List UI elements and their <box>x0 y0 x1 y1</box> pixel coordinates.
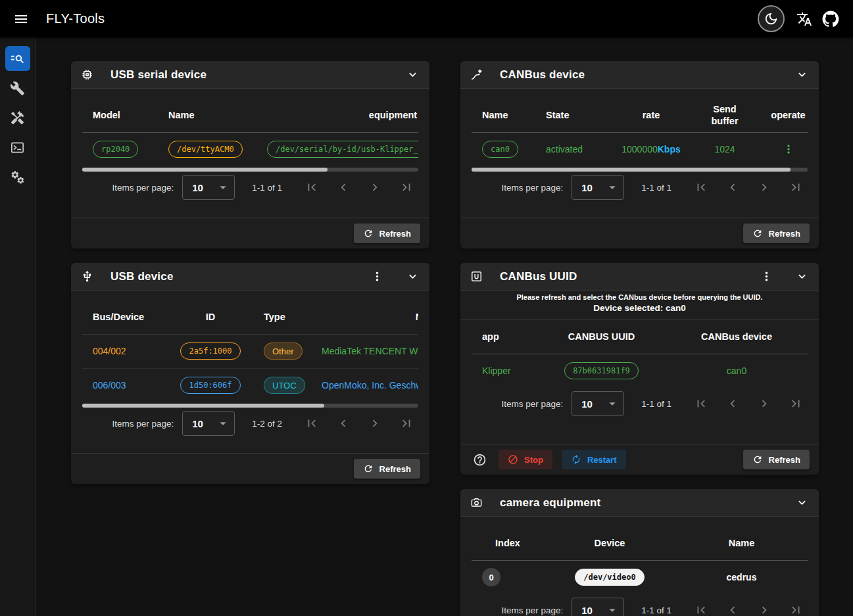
camera-card-header[interactable]: camera equipment <box>460 489 819 517</box>
restart-icon <box>571 454 581 465</box>
sidebar-item-tools[interactable] <box>5 76 30 101</box>
usb-device-card: USB device Bus/Device <box>71 263 429 484</box>
column-header-index: Index <box>472 526 544 560</box>
usb-serial-table: Model Name equipment rp2040 /dev/ttyACM0… <box>82 98 418 172</box>
right-column: CANBus device Name State rate <box>460 61 819 616</box>
prev-page-icon[interactable] <box>721 599 744 616</box>
refresh-button[interactable]: Refresh <box>354 224 420 243</box>
prev-page-icon[interactable] <box>332 176 354 199</box>
last-page-icon[interactable] <box>785 392 807 415</box>
refresh-button[interactable]: Refresh <box>743 450 810 469</box>
card-bottom: Refresh <box>460 218 819 249</box>
table-row: Klipper 87b0631981f9 can0 <box>472 354 808 388</box>
sidebar-item-services[interactable] <box>5 164 30 189</box>
column-header-operate: operate <box>756 98 808 132</box>
last-page-icon[interactable] <box>395 412 418 435</box>
first-page-icon[interactable] <box>690 599 712 616</box>
stop-button[interactable]: Stop <box>499 450 552 469</box>
equipment-path-chip: /dev/serial/by-id/usb-Klipper_rp2040 <box>267 141 418 158</box>
chevron-down-icon[interactable] <box>790 63 814 87</box>
can-interface-chip: can0 <box>482 141 518 158</box>
pagination-range: 1-1 of 1 <box>641 399 671 409</box>
items-per-page-select[interactable]: 10 <box>182 175 235 200</box>
handyman-icon <box>10 110 25 126</box>
sidebar <box>0 37 36 616</box>
chevron-down-icon[interactable] <box>401 265 424 289</box>
topbar: FLY-Tools <box>0 0 853 37</box>
table-header-row: Bus/Device ID Type Name <box>82 300 418 334</box>
scrollbar-thumb[interactable] <box>82 404 324 408</box>
prev-page-icon[interactable] <box>721 176 744 199</box>
refresh-button[interactable]: Refresh <box>354 459 420 479</box>
help-icon[interactable] <box>470 450 489 469</box>
kebab-menu-icon[interactable] <box>754 265 778 289</box>
sidebar-item-device-detect[interactable] <box>5 46 30 71</box>
menu-icon[interactable] <box>8 6 34 32</box>
items-per-page-select[interactable]: 10 <box>572 175 624 200</box>
chevron-down-icon[interactable] <box>790 265 814 289</box>
github-icon[interactable] <box>817 6 844 32</box>
items-per-page-select[interactable]: 10 <box>182 411 235 436</box>
items-per-page-select[interactable]: 10 <box>572 598 624 616</box>
pagination: Items per page: 10 1-1 of 1 <box>71 172 429 203</box>
prev-page-icon[interactable] <box>721 392 744 415</box>
first-page-icon[interactable] <box>690 176 712 199</box>
horizontal-scrollbar[interactable] <box>472 168 808 172</box>
last-page-icon[interactable] <box>395 176 418 199</box>
horizontal-scrollbar[interactable] <box>82 404 418 408</box>
pagination: Items per page: 10 1-1 of 1 <box>460 594 819 616</box>
dropdown-arrow-icon <box>605 180 620 195</box>
last-page-icon[interactable] <box>785 599 807 616</box>
next-page-icon[interactable] <box>364 176 386 199</box>
refresh-button[interactable]: Refresh <box>743 224 810 243</box>
left-column: USB serial device Model Name equipm <box>71 61 429 498</box>
column-header-device: Device <box>544 526 675 560</box>
next-page-icon[interactable] <box>364 412 386 435</box>
canbus-uuid-card-header[interactable]: CANBus UUID <box>460 263 819 291</box>
usb-type-chip: Other <box>264 343 303 360</box>
scrollbar-thumb[interactable] <box>82 168 328 172</box>
table-header-row: Name State rate Send buffer operate <box>472 98 808 132</box>
refresh-icon <box>752 228 763 239</box>
items-per-page-value: 10 <box>192 418 203 429</box>
next-page-icon[interactable] <box>753 599 775 616</box>
column-header-name: Name <box>311 300 418 334</box>
restart-button[interactable]: Restart <box>562 450 626 469</box>
next-page-icon[interactable] <box>753 392 775 415</box>
camera-index-chip: 0 <box>482 568 500 586</box>
sidebar-item-terminal[interactable] <box>5 135 30 160</box>
usb-serial-card-header[interactable]: USB serial device <box>71 61 429 89</box>
camera-icon <box>470 496 483 509</box>
column-header-model: Model <box>82 98 158 132</box>
prev-page-icon[interactable] <box>332 412 354 435</box>
chevron-down-icon[interactable] <box>790 491 814 515</box>
chevron-down-icon[interactable] <box>401 63 424 87</box>
first-page-icon[interactable] <box>301 412 323 435</box>
column-header-canbus-uuid: CANBUS UUID <box>537 320 666 354</box>
horizontal-scrollbar[interactable] <box>82 168 418 172</box>
pagination: Items per page: 10 1-2 of 2 <box>71 408 429 439</box>
last-page-icon[interactable] <box>785 176 807 199</box>
cable-icon <box>470 68 483 81</box>
row-kebab-menu-icon[interactable] <box>778 139 799 160</box>
app-shell: USB serial device Model Name equipm <box>0 37 853 616</box>
table-row: 0 /dev/video0 cedrus <box>472 560 808 594</box>
table-row: can0 activated 1000000Kbps 1024 <box>472 132 808 166</box>
first-page-icon[interactable] <box>690 392 712 415</box>
uuid-app-value: Klipper <box>482 366 511 376</box>
kebab-menu-icon[interactable] <box>365 265 389 289</box>
items-per-page-select[interactable]: 10 <box>572 391 624 416</box>
items-per-page-value: 10 <box>192 182 203 193</box>
pagination-nav <box>690 176 807 199</box>
dark-mode-toggle[interactable] <box>758 5 785 32</box>
card-bottom: Refresh <box>71 453 429 484</box>
usb-device-card-header[interactable]: USB device <box>71 263 429 291</box>
first-page-icon[interactable] <box>301 176 323 199</box>
canbus-device-card-header[interactable]: CANBus device <box>460 61 819 89</box>
sidebar-item-repair-tools[interactable] <box>5 105 30 130</box>
refresh-icon <box>752 454 763 465</box>
next-page-icon[interactable] <box>753 176 775 199</box>
translate-icon[interactable] <box>791 6 817 32</box>
pagination-nav <box>690 392 807 415</box>
scrollbar-thumb[interactable] <box>472 168 791 172</box>
